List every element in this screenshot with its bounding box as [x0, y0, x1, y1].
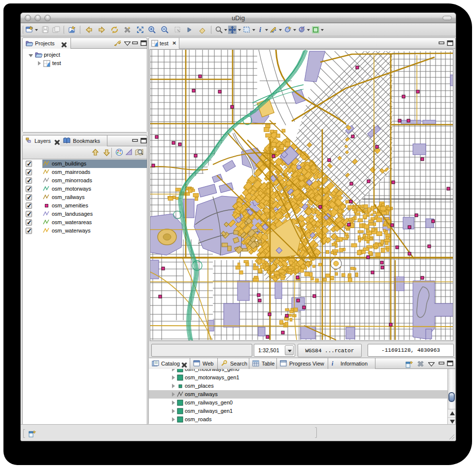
- svg-text:i: i: [259, 26, 261, 34]
- svg-text:i: i: [332, 360, 334, 367]
